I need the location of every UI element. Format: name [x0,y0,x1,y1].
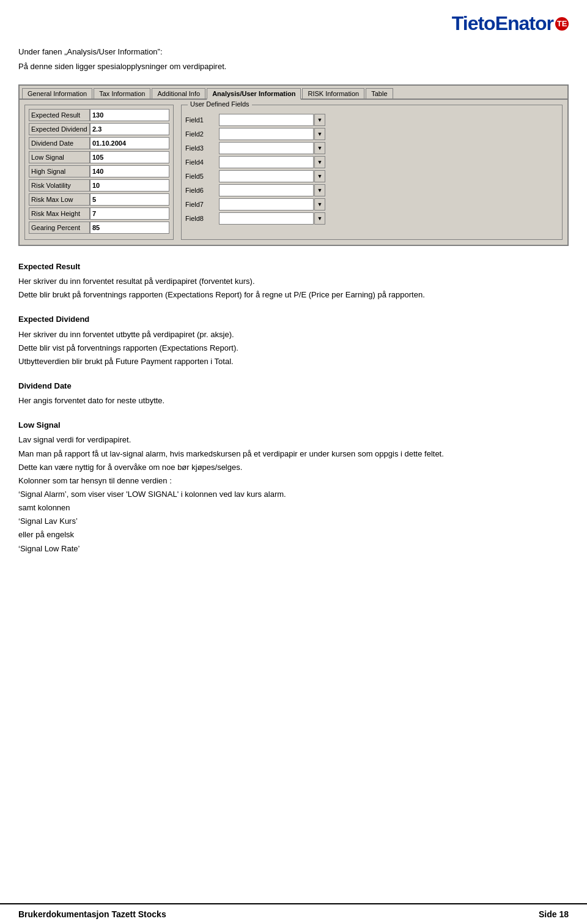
section-para-low-signal-6: ‘Signal Lav Kurs’ [18,515,569,527]
section-para-low-signal-0: Lav signal verdi for verdipapiret. [18,434,569,446]
udf-dropdown-btn-field6[interactable]: ▼ [314,184,325,196]
section-para-low-signal-4: ‘Signal Alarm’, som viser viser 'LOW SIG… [18,488,569,501]
section-expected-result: Expected Result Her skriver du inn forve… [18,261,569,301]
section-para-expected-dividend-2: Utbytteverdien blir brukt på Future Paym… [18,356,569,368]
udf-input-wrapper-field4: ▼ [219,156,325,168]
udf-legend: User Defined Fields [188,100,252,108]
section-low-signal: Low Signal Lav signal verdi for verdipap… [18,419,569,554]
udf-input-field4[interactable] [219,156,314,168]
label-risk-max-height: Risk Max Height [29,207,90,220]
udf-dropdown-btn-field4[interactable]: ▼ [314,156,325,168]
intro-text: Under fanen „Analysis/User Information”:… [18,46,569,72]
udf-dropdown-btn-field1[interactable]: ▼ [314,114,325,126]
field-row-expected-dividend: Expected Dividend [29,123,169,135]
footer-right: Side 18 [539,909,569,919]
udf-label-field1: Field1 [185,116,219,124]
tab-additional-info[interactable]: Additional Info [152,88,205,99]
udf-label-field7: Field7 [185,201,219,208]
udf-input-field5[interactable] [219,170,314,182]
left-fields-panel: Expected Result Expected Dividend Divide… [24,105,174,240]
udf-input-wrapper-field8: ▼ [219,212,325,225]
udf-input-field6[interactable] [219,184,314,196]
input-risk-max-height[interactable] [90,207,169,220]
header: TietoEnatorTE [18,12,569,35]
tab-table[interactable]: Table [366,88,393,99]
section-body-expected-dividend: Her skriver du inn forventet utbytte på … [18,329,569,368]
udf-row-field1: Field1 ▼ [185,114,558,126]
section-para-expected-dividend-1: Dette blir vist på forventnings rapporte… [18,342,569,354]
udf-label-field5: Field5 [185,173,219,180]
footer-left: Brukerdokumentasjon Tazett Stocks [18,909,166,919]
udf-dropdown-btn-field8[interactable]: ▼ [314,212,325,225]
udf-input-wrapper-field5: ▼ [219,170,325,182]
udf-row-field2: Field2 ▼ [185,128,558,140]
udf-label-field2: Field2 [185,130,219,138]
input-risk-volatility[interactable] [90,179,169,192]
input-high-signal[interactable] [90,165,169,177]
input-risk-max-low[interactable] [90,193,169,206]
logo-text: TietoEnator [452,12,553,35]
section-expected-dividend: Expected Dividend Her skriver du inn for… [18,313,569,368]
section-para-low-signal-3: Kolonner som tar hensyn til denne verdie… [18,475,569,487]
udf-dropdown-btn-field5[interactable]: ▼ [314,170,325,182]
user-defined-fields-panel: User Defined Fields Field1 ▼ Field2 ▼ [181,105,563,240]
udf-row-field8: Field8 ▼ [185,212,558,225]
section-para-low-signal-5: samt kolonnen [18,502,569,514]
label-high-signal: High Signal [29,165,90,177]
section-para-expected-result-1: Dette blir brukt på forventnings rapport… [18,289,569,301]
label-risk-max-low: Risk Max Low [29,193,90,206]
udf-dropdown-btn-field2[interactable]: ▼ [314,128,325,140]
section-para-expected-dividend-0: Her skriver du inn forventet utbytte på … [18,329,569,341]
tab-analysis-user-information[interactable]: Analysis/User Information [207,88,301,100]
udf-input-field3[interactable] [219,142,314,154]
udf-input-field2[interactable] [219,128,314,140]
input-expected-dividend[interactable] [90,123,169,135]
label-low-signal: Low Signal [29,151,90,163]
udf-input-wrapper-field2: ▼ [219,128,325,140]
section-title-expected-dividend: Expected Dividend [18,313,569,326]
input-dividend-date[interactable] [90,137,169,149]
label-dividend-date: Dividend Date [29,137,90,149]
section-para-low-signal-7: eller på engelsk [18,529,569,541]
field-row-low-signal: Low Signal [29,151,169,163]
udf-row-field7: Field7 ▼ [185,198,558,211]
udf-input-wrapper-field3: ▼ [219,142,325,154]
section-title-low-signal: Low Signal [18,419,569,431]
section-para-expected-result-0: Her skriver du inn forventet resultat på… [18,275,569,288]
udf-input-field1[interactable] [219,114,314,126]
field-row-dividend-date: Dividend Date [29,137,169,149]
udf-dropdown-btn-field3[interactable]: ▼ [314,142,325,154]
section-title-dividend-date: Dividend Date [18,380,569,392]
field-row-gearing-percent: Gearing Percent [29,222,169,234]
tab-risk-information[interactable]: RISK Information [302,88,364,99]
label-expected-result: Expected Result [29,109,90,121]
udf-label-field8: Field8 [185,215,219,222]
tab-tax-information[interactable]: Tax Information [94,88,150,99]
input-gearing-percent[interactable] [90,222,169,234]
udf-input-wrapper-field1: ▼ [219,114,325,126]
section-title-expected-result: Expected Result [18,261,569,273]
section-para-dividend-date-0: Her angis forventet dato for neste utbyt… [18,395,569,407]
field-row-high-signal: High Signal [29,165,169,177]
udf-input-field8[interactable] [219,212,314,225]
section-body-low-signal: Lav signal verdi for verdipapiret. Man m… [18,434,569,554]
form-content: Expected Result Expected Dividend Divide… [20,100,567,245]
udf-input-wrapper-field6: ▼ [219,184,325,196]
tab-general-information[interactable]: General Information [22,88,92,99]
field-row-risk-volatility: Risk Volatility [29,179,169,192]
udf-input-field7[interactable] [219,198,314,211]
section-body-dividend-date: Her angis forventet dato for neste utbyt… [18,395,569,407]
section-para-low-signal-8: ‘Signal Low Rate’ [18,543,569,555]
logo: TietoEnatorTE [452,12,569,35]
udf-input-wrapper-field7: ▼ [219,198,325,211]
field-row-risk-max-low: Risk Max Low [29,193,169,206]
intro-line1: Under fanen „Analysis/User Information”: [18,46,569,58]
udf-row-field6: Field6 ▼ [185,184,558,196]
input-low-signal[interactable] [90,151,169,163]
udf-dropdown-btn-field7[interactable]: ▼ [314,198,325,211]
form-panel: General Information Tax Information Addi… [18,84,569,246]
section-para-low-signal-2: Dette kan være nyttig for å overvåke om … [18,461,569,474]
udf-row-field3: Field3 ▼ [185,142,558,154]
udf-label-field6: Field6 [185,187,219,194]
input-expected-result[interactable] [90,109,169,121]
